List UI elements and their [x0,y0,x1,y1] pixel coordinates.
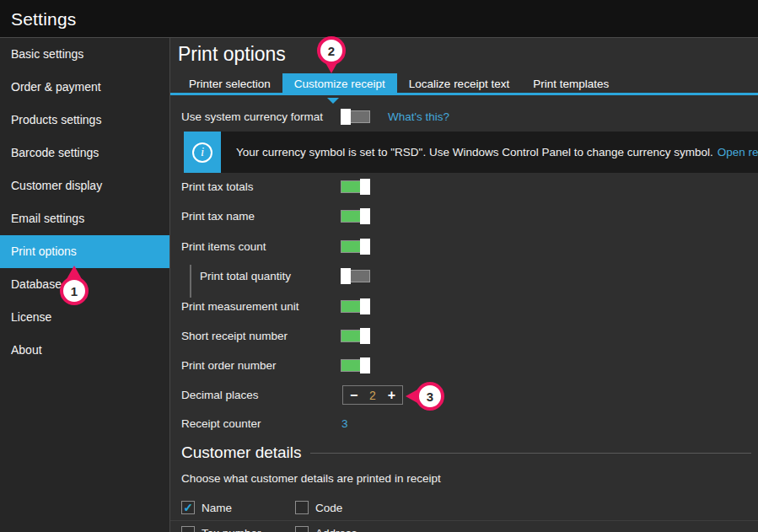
checkbox-row-2: Tax number Address [170,524,758,532]
print-order-number-row: Print order number [170,358,758,373]
checkbox-row-1: ✓ Name Code [170,499,758,516]
toggle-knob [360,239,370,255]
toggle-knob [360,298,370,314]
whats-this-link[interactable]: What's this? [388,110,449,125]
sidebar-item-print-options[interactable]: Print options [0,235,169,268]
tax-number-checkbox-item: Tax number [181,524,261,532]
print-items-count-toggle[interactable] [341,240,370,253]
name-checkbox-item: ✓ Name [181,499,232,516]
currency-format-label: Use system currency format [181,110,323,125]
toggle-knob [360,208,370,224]
toggle-knob [341,109,351,125]
section-divider [310,453,751,454]
sidebar-item-products-settings[interactable]: Products settings [0,104,169,137]
page-title: Print options [178,43,286,66]
tab-localize-receipt-text[interactable]: Localize receipt text [397,73,521,95]
print-tax-totals-toggle[interactable] [341,180,370,193]
short-receipt-number-row: Short receipt number [170,329,758,344]
customer-details-title: Customer details [181,443,302,462]
print-order-number-toggle[interactable] [341,359,370,372]
currency-info-banner: i Your currency symbol is set to "RSD". … [184,132,758,173]
print-tax-name-row: Print tax name [170,209,758,224]
currency-format-toggle[interactable] [341,110,370,123]
toggle-knob [341,268,351,284]
active-tab-notch [327,98,339,104]
print-tax-name-toggle[interactable] [341,210,370,223]
sidebar-item-basic-settings[interactable]: Basic settings [0,38,169,71]
minus-button[interactable]: − [350,386,357,404]
toggle-knob [360,357,370,373]
print-measurement-unit-row: Print measurement unit [170,299,758,314]
row-divider [170,520,758,521]
sidebar-item-email-settings[interactable]: Email settings [0,202,169,235]
print-total-quantity-toggle[interactable] [341,270,370,282]
receipt-counter-value[interactable]: 3 [341,416,348,432]
toggle-knob [360,179,370,195]
sidebar-item-barcode-settings[interactable]: Barcode settings [0,137,169,169]
currency-format-row: Use system currency format What's this? [170,110,758,125]
customer-details-section: Customer details [181,443,751,463]
tab-print-templates[interactable]: Print templates [521,73,621,95]
sidebar-item-license[interactable]: License [0,301,169,334]
print-measurement-unit-toggle[interactable] [341,300,370,313]
sidebar-item-about[interactable]: About [0,334,169,367]
open-regional-settings-link[interactable]: Open regional se [718,146,758,159]
short-receipt-number-toggle[interactable] [341,330,370,342]
info-icon: i [184,132,221,173]
decimal-places-row: Decimal places [170,388,758,403]
decimal-places-stepper: − 2 + [342,385,403,405]
print-total-quantity-row: Print total quantity [170,269,758,284]
sidebar-item-customer-display[interactable]: Customer display [0,169,169,202]
main-content: Print options Printer selection Customiz… [170,38,758,532]
tab-printer-selection[interactable]: Printer selection [177,73,282,95]
settings-window: Settings Basic settings Order & payment … [0,0,758,532]
decimal-places-value: 2 [369,389,376,402]
sidebar-item-order-payment[interactable]: Order & payment [0,71,169,104]
tabstrip: Printer selection Customize receipt Loca… [170,73,758,95]
code-checkbox[interactable] [295,501,309,514]
customer-details-subtitle: Choose what customer details are printed… [181,472,441,486]
window-title: Settings [11,9,76,30]
tab-customize-receipt[interactable]: Customize receipt [282,73,397,95]
address-checkbox-item: Address [295,524,357,532]
address-checkbox[interactable] [295,526,309,532]
receipt-counter-row: Receipt counter 3 [170,416,758,432]
info-banner-text: Your currency symbol is set to "RSD". Us… [221,132,758,173]
print-items-count-row: Print items count [170,239,758,255]
print-tax-totals-row: Print tax totals [170,180,758,195]
name-checkbox[interactable]: ✓ [181,501,195,514]
tax-number-checkbox[interactable] [181,526,195,532]
code-checkbox-item: Code [295,499,342,516]
toggle-knob [360,328,370,344]
plus-button[interactable]: + [388,386,395,404]
titlebar: Settings [0,0,758,38]
